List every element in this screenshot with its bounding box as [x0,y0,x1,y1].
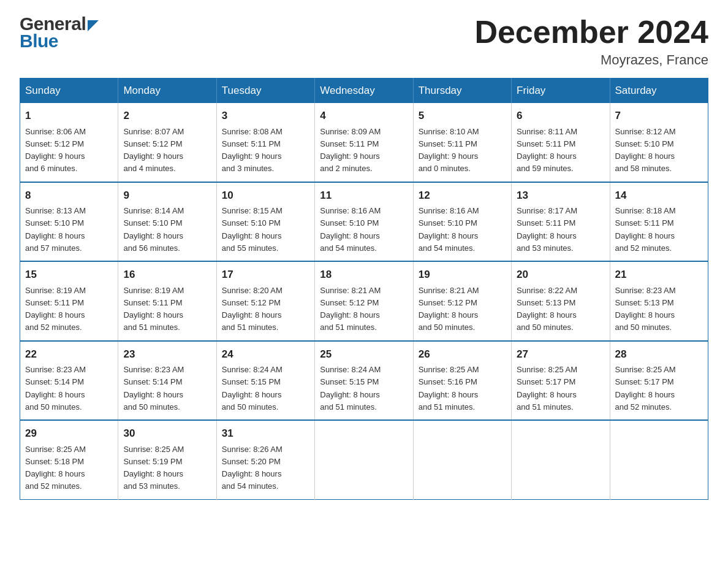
day-info: Sunrise: 8:13 AMSunset: 5:10 PMDaylight:… [25,206,86,253]
calendar-cell [610,420,708,499]
title-section: December 2024 Moyrazes, France [474,15,708,68]
calendar-cell: 21 Sunrise: 8:23 AMSunset: 5:13 PMDaylig… [610,261,708,341]
day-info: Sunrise: 8:21 AMSunset: 5:12 PMDaylight:… [320,286,381,332]
day-number: 16 [123,267,211,283]
calendar-table: Sunday Monday Tuesday Wednesday Thursday… [20,78,708,500]
header-friday: Friday [512,79,610,104]
day-number: 22 [25,347,113,362]
day-info: Sunrise: 8:12 AMSunset: 5:10 PMDaylight:… [615,127,676,174]
calendar-cell: 6 Sunrise: 8:11 AMSunset: 5:11 PMDayligh… [512,103,610,182]
calendar-week-3: 15 Sunrise: 8:19 AMSunset: 5:11 PMDaylig… [20,261,708,341]
calendar-cell: 31 Sunrise: 8:26 AMSunset: 5:20 PMDaylig… [216,420,314,499]
page-header: General Blue December 2024 Moyrazes, Fra… [20,15,708,68]
day-number: 28 [615,347,703,362]
day-number: 14 [615,188,703,204]
calendar-cell: 8 Sunrise: 8:13 AMSunset: 5:10 PMDayligh… [20,182,118,262]
day-info: Sunrise: 8:10 AMSunset: 5:11 PMDaylight:… [419,127,479,174]
day-info: Sunrise: 8:26 AMSunset: 5:20 PMDaylight:… [222,445,282,491]
header-saturday: Saturday [610,79,708,104]
calendar-cell: 27 Sunrise: 8:25 AMSunset: 5:17 PMDaylig… [512,341,610,421]
day-number: 26 [419,347,506,362]
calendar-cell: 25 Sunrise: 8:24 AMSunset: 5:15 PMDaylig… [315,341,413,421]
day-info: Sunrise: 8:20 AMSunset: 5:12 PMDaylight:… [222,286,282,332]
calendar-cell: 9 Sunrise: 8:14 AMSunset: 5:10 PMDayligh… [118,182,216,262]
day-number: 24 [222,347,309,362]
header-wednesday: Wednesday [315,79,413,104]
day-info: Sunrise: 8:19 AMSunset: 5:11 PMDaylight:… [25,286,86,332]
header-thursday: Thursday [413,79,511,104]
logo-blue-text: Blue [20,32,99,50]
day-number: 15 [25,267,113,283]
day-number: 2 [123,108,211,124]
day-info: Sunrise: 8:07 AMSunset: 5:12 PMDaylight:… [123,127,184,174]
calendar-cell: 14 Sunrise: 8:18 AMSunset: 5:11 PMDaylig… [610,182,708,262]
day-number: 21 [615,267,703,283]
day-info: Sunrise: 8:24 AMSunset: 5:15 PMDaylight:… [320,365,381,412]
calendar-week-5: 29 Sunrise: 8:25 AMSunset: 5:18 PMDaylig… [20,420,708,499]
calendar-cell: 20 Sunrise: 8:22 AMSunset: 5:13 PMDaylig… [512,261,610,341]
day-info: Sunrise: 8:25 AMSunset: 5:17 PMDaylight:… [517,365,577,412]
day-number: 5 [419,108,506,124]
logo-triangle-icon [88,20,99,31]
month-title: December 2024 [474,15,708,50]
day-number: 3 [222,108,309,124]
day-number: 12 [419,188,506,204]
calendar-cell: 22 Sunrise: 8:23 AMSunset: 5:14 PMDaylig… [20,341,118,421]
calendar-cell: 3 Sunrise: 8:08 AMSunset: 5:11 PMDayligh… [216,103,314,182]
calendar-cell: 10 Sunrise: 8:15 AMSunset: 5:10 PMDaylig… [216,182,314,262]
day-info: Sunrise: 8:06 AMSunset: 5:12 PMDaylight:… [25,127,86,174]
day-number: 31 [222,426,309,442]
calendar-cell: 12 Sunrise: 8:16 AMSunset: 5:10 PMDaylig… [413,182,511,262]
day-info: Sunrise: 8:08 AMSunset: 5:11 PMDaylight:… [222,127,282,174]
calendar-week-4: 22 Sunrise: 8:23 AMSunset: 5:14 PMDaylig… [20,341,708,421]
header-tuesday: Tuesday [216,79,314,104]
header-sunday: Sunday [20,79,118,104]
calendar-cell: 13 Sunrise: 8:17 AMSunset: 5:11 PMDaylig… [512,182,610,262]
day-info: Sunrise: 8:25 AMSunset: 5:16 PMDaylight:… [419,365,479,412]
calendar-cell: 29 Sunrise: 8:25 AMSunset: 5:18 PMDaylig… [20,420,118,499]
day-number: 1 [25,108,113,124]
day-info: Sunrise: 8:17 AMSunset: 5:11 PMDaylight:… [517,206,577,253]
calendar-cell: 28 Sunrise: 8:25 AMSunset: 5:17 PMDaylig… [610,341,708,421]
day-number: 7 [615,108,703,124]
day-info: Sunrise: 8:23 AMSunset: 5:14 PMDaylight:… [123,365,184,412]
day-info: Sunrise: 8:23 AMSunset: 5:13 PMDaylight:… [615,286,676,332]
day-number: 27 [517,347,604,362]
day-number: 4 [320,108,408,124]
day-number: 19 [419,267,506,283]
header-monday: Monday [118,79,216,104]
day-number: 10 [222,188,309,204]
calendar-cell: 11 Sunrise: 8:16 AMSunset: 5:10 PMDaylig… [315,182,413,262]
calendar-week-2: 8 Sunrise: 8:13 AMSunset: 5:10 PMDayligh… [20,182,708,262]
calendar-cell: 16 Sunrise: 8:19 AMSunset: 5:11 PMDaylig… [118,261,216,341]
calendar-cell: 7 Sunrise: 8:12 AMSunset: 5:10 PMDayligh… [610,103,708,182]
calendar-cell: 18 Sunrise: 8:21 AMSunset: 5:12 PMDaylig… [315,261,413,341]
day-info: Sunrise: 8:14 AMSunset: 5:10 PMDaylight:… [123,206,184,253]
day-info: Sunrise: 8:24 AMSunset: 5:15 PMDaylight:… [222,365,282,412]
day-info: Sunrise: 8:16 AMSunset: 5:10 PMDaylight:… [419,206,479,253]
day-info: Sunrise: 8:15 AMSunset: 5:10 PMDaylight:… [222,206,282,253]
calendar-cell [512,420,610,499]
calendar-cell: 26 Sunrise: 8:25 AMSunset: 5:16 PMDaylig… [413,341,511,421]
day-number: 11 [320,188,408,204]
day-number: 13 [517,188,604,204]
day-number: 6 [517,108,604,124]
calendar-cell: 17 Sunrise: 8:20 AMSunset: 5:12 PMDaylig… [216,261,314,341]
day-info: Sunrise: 8:25 AMSunset: 5:18 PMDaylight:… [25,445,86,491]
day-info: Sunrise: 8:09 AMSunset: 5:11 PMDaylight:… [320,127,381,174]
day-info: Sunrise: 8:25 AMSunset: 5:17 PMDaylight:… [615,365,676,412]
calendar-cell: 2 Sunrise: 8:07 AMSunset: 5:12 PMDayligh… [118,103,216,182]
calendar-cell: 1 Sunrise: 8:06 AMSunset: 5:12 PMDayligh… [20,103,118,182]
day-number: 25 [320,347,408,362]
weekday-header-row: Sunday Monday Tuesday Wednesday Thursday… [20,79,708,104]
calendar-cell: 19 Sunrise: 8:21 AMSunset: 5:12 PMDaylig… [413,261,511,341]
day-info: Sunrise: 8:23 AMSunset: 5:14 PMDaylight:… [25,365,86,412]
calendar-cell: 4 Sunrise: 8:09 AMSunset: 5:11 PMDayligh… [315,103,413,182]
day-info: Sunrise: 8:19 AMSunset: 5:11 PMDaylight:… [123,286,184,332]
location-text: Moyrazes, France [474,52,708,68]
day-info: Sunrise: 8:18 AMSunset: 5:11 PMDaylight:… [615,206,676,253]
calendar-week-1: 1 Sunrise: 8:06 AMSunset: 5:12 PMDayligh… [20,103,708,182]
day-number: 20 [517,267,604,283]
calendar-cell: 30 Sunrise: 8:25 AMSunset: 5:19 PMDaylig… [118,420,216,499]
calendar-cell [315,420,413,499]
